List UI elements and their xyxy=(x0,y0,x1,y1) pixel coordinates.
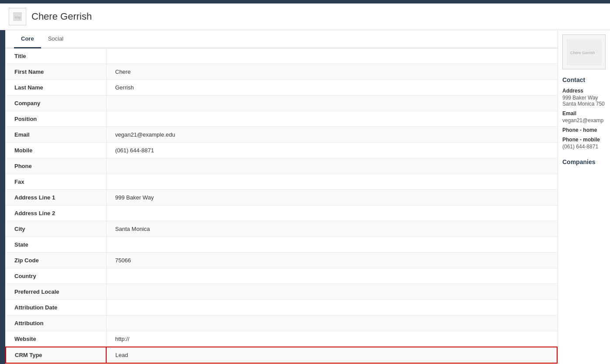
sidebar-email-value: vegan21@examp xyxy=(562,117,606,124)
tabs-bar: Core Social xyxy=(5,30,558,48)
field-label: Fax xyxy=(6,174,106,190)
field-value: Gerrish xyxy=(106,80,557,96)
field-value xyxy=(106,174,557,190)
field-value xyxy=(106,96,557,111)
table-row: Attribution Date xyxy=(6,300,557,316)
left-nav-bar xyxy=(0,30,5,364)
sidebar-panel: Chere Gerrish Contact Address 999 Baker … xyxy=(558,30,610,364)
table-row: CitySanta Monica xyxy=(6,221,557,237)
field-value: Chere xyxy=(106,64,557,80)
table-row: Websitehttp:// xyxy=(6,331,557,347)
field-value xyxy=(106,237,557,253)
sidebar-contact-title: Contact xyxy=(562,76,606,83)
sidebar-email-label: Email xyxy=(562,110,606,117)
field-label: Zip Code xyxy=(6,253,106,268)
sidebar-phone-mobile-value: (061) 644-8871 xyxy=(562,144,606,150)
field-label: First Name xyxy=(6,64,106,80)
field-label: Preferred Locale xyxy=(6,284,106,300)
field-value xyxy=(106,111,557,127)
field-label: Address Line 1 xyxy=(6,190,106,206)
field-label: Attribution Date xyxy=(6,300,106,316)
field-value xyxy=(106,284,557,300)
field-value xyxy=(106,48,557,64)
form-table: TitleFirst NameChereLast NameGerrishComp… xyxy=(5,48,558,364)
table-row: Zip Code75066 xyxy=(6,253,557,268)
avatar: img xyxy=(9,8,26,25)
sidebar-phone-mobile-label: Phone - mobile xyxy=(562,137,606,143)
field-label: Address Line 2 xyxy=(6,206,106,221)
field-label: Mobile xyxy=(6,143,106,158)
sidebar-address-label: Address xyxy=(562,88,606,94)
field-value xyxy=(106,158,557,174)
field-label: Email xyxy=(6,127,106,143)
table-row: Address Line 1999 Baker Way xyxy=(6,190,557,206)
table-row: Company xyxy=(6,96,557,111)
field-label: Website xyxy=(6,331,106,347)
field-label: CRM Type xyxy=(6,347,106,363)
table-row: State xyxy=(6,237,557,253)
field-value: Santa Monica xyxy=(106,221,557,237)
page-title: Chere Gerrish xyxy=(31,11,92,22)
field-label: State xyxy=(6,237,106,253)
field-value: 999 Baker Way xyxy=(106,190,557,206)
field-value xyxy=(106,316,557,331)
field-value xyxy=(106,268,557,284)
tab-core[interactable]: Core xyxy=(14,30,41,48)
field-label: Company xyxy=(6,96,106,111)
field-value: (061) 644-8871 xyxy=(106,143,557,158)
field-value: http:// xyxy=(106,331,557,347)
table-row: Country xyxy=(6,268,557,284)
field-label: Title xyxy=(6,48,106,64)
table-row: Last NameGerrish xyxy=(6,80,557,96)
table-row: Title xyxy=(6,48,557,64)
field-value: vegan21@example.edu xyxy=(106,127,557,143)
table-row: Emailvegan21@example.edu xyxy=(6,127,557,143)
field-label: Position xyxy=(6,111,106,127)
table-row: Fax xyxy=(6,174,557,190)
field-label: Country xyxy=(6,268,106,284)
contact-photo: Chere Gerrish xyxy=(562,34,606,69)
field-value: 75066 xyxy=(106,253,557,268)
sidebar-address-line1: 999 Baker Way xyxy=(562,95,606,101)
field-label: City xyxy=(6,221,106,237)
table-row: Address Line 2 xyxy=(6,206,557,221)
table-row: First NameChere xyxy=(6,64,557,80)
field-value xyxy=(106,206,557,221)
field-value xyxy=(106,300,557,316)
sidebar-companies-title: Companies xyxy=(562,158,606,165)
field-value: Lead xyxy=(106,347,557,363)
table-row: Mobile(061) 644-8871 xyxy=(6,143,557,158)
sidebar-phone-home-label: Phone - home xyxy=(562,127,606,133)
svg-text:Chere Gerrish: Chere Gerrish xyxy=(570,51,595,55)
main-panel: Core Social TitleFirst NameChereLast Nam… xyxy=(5,30,558,364)
field-label: Phone xyxy=(6,158,106,174)
sidebar-address-line2: Santa Monica 750 xyxy=(562,101,606,107)
table-row: Phone xyxy=(6,158,557,174)
field-label: Last Name xyxy=(6,80,106,96)
table-row: CRM TypeLead xyxy=(6,347,557,363)
tab-social[interactable]: Social xyxy=(41,30,70,48)
field-label: Attribution xyxy=(6,316,106,331)
table-row: Attribution xyxy=(6,316,557,331)
table-row: Position xyxy=(6,111,557,127)
table-row: Preferred Locale xyxy=(6,284,557,300)
svg-text:img: img xyxy=(15,15,21,19)
